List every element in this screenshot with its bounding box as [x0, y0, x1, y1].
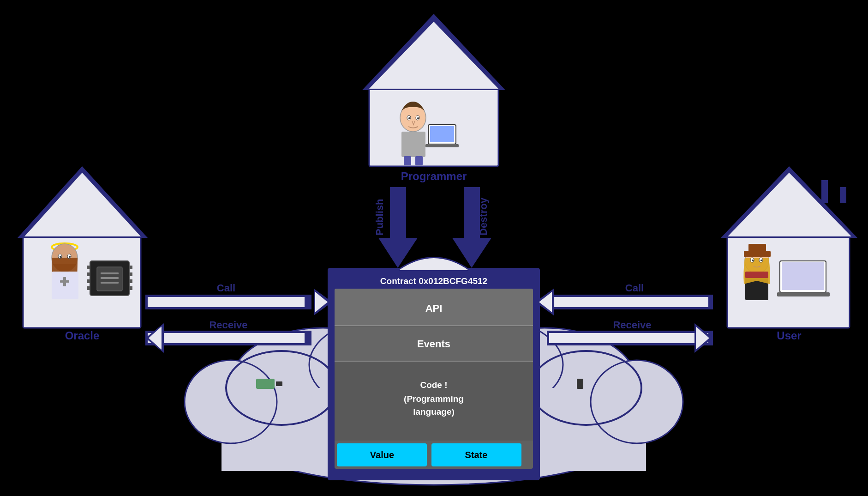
svg-point-62 — [60, 256, 61, 258]
svg-rect-71 — [87, 286, 90, 290]
svg-rect-70 — [87, 279, 90, 283]
svg-rect-77 — [101, 272, 119, 274]
svg-rect-78 — [101, 277, 119, 279]
svg-rect-32 — [390, 187, 406, 238]
contract-box: Contract 0x012BCFG4512 API Events Code !… — [328, 268, 540, 480]
svg-rect-102 — [148, 297, 305, 307]
svg-rect-30 — [425, 144, 459, 147]
svg-point-24 — [417, 117, 419, 119]
svg-rect-27 — [415, 156, 423, 165]
svg-text:Call: Call — [217, 282, 235, 294]
svg-text:Contract 0x012BCFG4512: Contract 0x012BCFG4512 — [380, 276, 487, 286]
svg-text:Oracle: Oracle — [65, 329, 100, 342]
svg-text:Receive: Receive — [613, 319, 651, 331]
svg-text:User: User — [777, 329, 801, 342]
svg-text:Value: Value — [370, 450, 394, 460]
svg-rect-75 — [129, 286, 132, 290]
svg-point-23 — [408, 117, 410, 119]
svg-text:Destroy: Destroy — [478, 197, 489, 236]
svg-rect-26 — [404, 156, 411, 165]
svg-text:Code !: Code ! — [420, 380, 447, 390]
svg-point-93 — [760, 260, 762, 261]
svg-point-63 — [69, 256, 71, 258]
svg-rect-74 — [129, 279, 132, 283]
svg-rect-97 — [777, 292, 830, 296]
svg-rect-73 — [129, 272, 132, 276]
svg-point-92 — [752, 260, 754, 261]
svg-rect-79 — [101, 282, 119, 284]
svg-rect-84 — [821, 180, 828, 203]
svg-text:(Programming: (Programming — [404, 394, 464, 404]
svg-text:language): language) — [413, 407, 455, 417]
svg-text:API: API — [425, 302, 443, 314]
svg-rect-12 — [256, 379, 275, 389]
svg-rect-107 — [148, 333, 305, 343]
svg-rect-68 — [87, 266, 90, 269]
svg-rect-15 — [577, 379, 583, 389]
svg-rect-13 — [276, 381, 282, 386]
svg-text:Programmer: Programmer — [401, 170, 467, 182]
svg-rect-66 — [60, 280, 69, 283]
svg-rect-25 — [401, 132, 425, 157]
svg-rect-29 — [430, 126, 454, 142]
svg-rect-72 — [129, 266, 132, 269]
svg-text:Events: Events — [417, 338, 450, 350]
svg-rect-117 — [549, 333, 708, 343]
svg-text:Publish: Publish — [374, 199, 385, 236]
svg-rect-69 — [87, 272, 90, 276]
svg-text:Receive: Receive — [209, 319, 247, 331]
svg-rect-94 — [745, 272, 768, 278]
svg-text:Call: Call — [625, 282, 644, 294]
svg-rect-112 — [549, 297, 708, 307]
svg-rect-89 — [748, 244, 766, 253]
svg-rect-96 — [782, 262, 824, 290]
main-diagram: Programmer Publish Destroy Contract — [0, 0, 868, 496]
svg-text:State: State — [465, 450, 488, 460]
svg-rect-85 — [840, 187, 846, 203]
